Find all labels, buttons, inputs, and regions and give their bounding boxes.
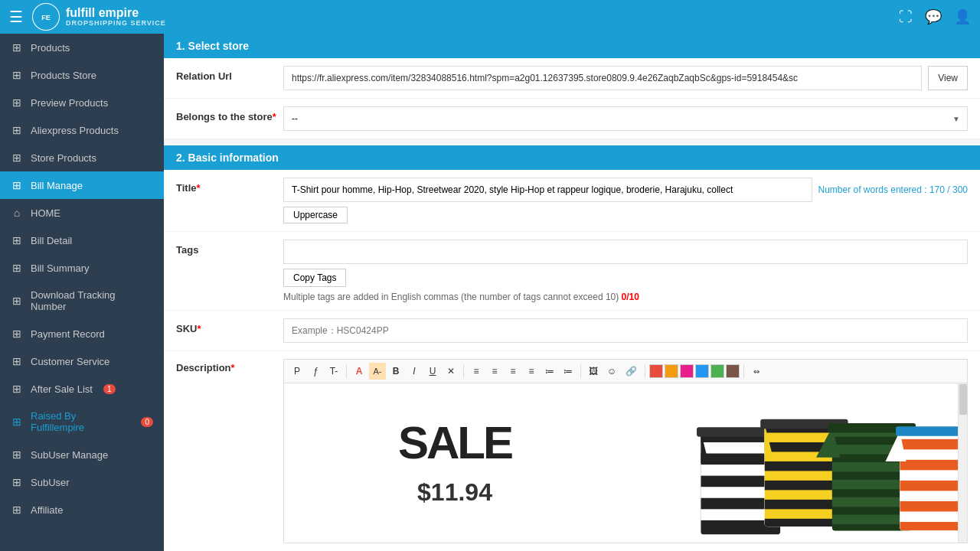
sidebar-label-customer-service: Customer Service	[31, 356, 109, 367]
svg-rect-42	[900, 481, 967, 491]
relation-url-row: Relation Url View	[164, 58, 980, 99]
sidebar-label-products: Products	[31, 42, 70, 54]
sidebar-item-subuser-manage[interactable]: ⊞ SubUser Manage	[0, 441, 164, 468]
title-input-row: Number of words entered : 170 / 300	[283, 178, 968, 202]
sidebar-item-aliexpress-products[interactable]: ⊞ Aliexpress Products	[0, 116, 164, 144]
tb-font-size-down[interactable]: T-	[325, 363, 342, 380]
messages-icon[interactable]: 💬	[925, 8, 942, 25]
tb-align-right[interactable]: ≡	[505, 363, 521, 380]
sidebar-item-products[interactable]: ⊞ Products	[0, 34, 164, 61]
sku-input[interactable]	[283, 318, 968, 343]
sidebar-item-products-store[interactable]: ⊞ Products Store	[0, 61, 164, 89]
sidebar-label-store-products: Store Products	[31, 152, 96, 164]
header: ☰ FE fulfill empire DROPSHIPPING SERVICE…	[0, 0, 980, 34]
belongs-to-select[interactable]: --	[283, 106, 968, 131]
tb-paragraph[interactable]: P	[289, 363, 305, 380]
sku-label: SKU*	[176, 318, 283, 334]
belongs-required: *	[273, 111, 276, 122]
tb-image[interactable]: 🖼	[585, 363, 602, 380]
sale-price: $11.94	[417, 478, 492, 507]
description-editor[interactable]: SALE $11.94	[283, 383, 968, 543]
tb-ordered-list[interactable]: ≔	[541, 363, 558, 380]
sidebar-item-after-sale[interactable]: ⊞ After Sale List 1	[0, 375, 164, 403]
sidebar-item-bill-detail[interactable]: ⊞ Bill Detail	[0, 227, 164, 254]
sidebar-item-subuser[interactable]: ⊞ SubUser	[0, 468, 164, 496]
tags-label: Tags	[176, 240, 283, 256]
sidebar: ⊞ Products ⊞ Products Store ⊞ Preview Pr…	[0, 34, 164, 551]
tb-color4[interactable]	[695, 364, 709, 378]
layout: ⊞ Products ⊞ Products Store ⊞ Preview Pr…	[0, 34, 980, 551]
tb-align-left[interactable]: ≡	[468, 363, 485, 380]
tb-color2[interactable]	[665, 364, 678, 378]
tb-strike[interactable]: ✕	[443, 363, 459, 380]
svg-rect-47	[896, 426, 967, 435]
copy-tags-button[interactable]: Copy Tags	[283, 269, 346, 287]
relation-url-control: View	[283, 66, 968, 90]
sidebar-item-raised-by[interactable]: ⊞ Raised By Fulfillempire 0	[0, 403, 164, 441]
title-control: Number of words entered : 170 / 300 Uppe…	[283, 178, 968, 223]
title-row: Title* Number of words entered : 170 / 3…	[164, 170, 980, 232]
sidebar-item-store-products[interactable]: ⊞ Store Products	[0, 144, 164, 171]
relation-url-label: Relation Url	[176, 66, 283, 82]
view-button[interactable]: View	[928, 66, 968, 90]
sidebar-item-customer-service[interactable]: ⊞ Customer Service	[0, 347, 164, 375]
tb-sep3	[580, 364, 581, 378]
logo-icon: FE	[32, 3, 60, 31]
user-icon[interactable]: 👤	[954, 8, 971, 25]
sku-required: *	[197, 323, 201, 334]
section2-header: 2. Basic information	[164, 145, 980, 170]
tb-format[interactable]: ƒ	[307, 363, 324, 380]
desc-required: *	[231, 362, 235, 373]
tb-bold[interactable]: B	[387, 363, 404, 380]
tb-resize[interactable]: ⇔	[748, 363, 765, 380]
sidebar-item-home[interactable]: ⌂ HOME	[0, 199, 164, 227]
scrollbar-thumb	[959, 384, 967, 415]
sidebar-label-preview-products: Preview Products	[31, 97, 108, 109]
svg-text:FE: FE	[41, 14, 51, 21]
raised-by-badge: 0	[141, 417, 153, 427]
tb-align-center[interactable]: ≡	[486, 363, 503, 380]
sidebar-item-bill-summary[interactable]: ⊞ Bill Summary	[0, 254, 164, 282]
tb-align-justify[interactable]: ≡	[523, 363, 540, 380]
tb-sep2	[463, 364, 464, 378]
tags-control: Copy Tags Multiple tags are added in Eng…	[283, 240, 968, 302]
sidebar-label-aliexpress-products: Aliexpress Products	[31, 125, 119, 136]
tb-color6[interactable]	[726, 364, 740, 378]
tb-unordered-list[interactable]: ≔	[560, 363, 577, 380]
raised-by-icon: ⊞	[11, 416, 23, 428]
uppercase-button[interactable]: Uppercase	[283, 207, 348, 223]
download-tracking-icon: ⊞	[11, 295, 23, 307]
tb-font-bg[interactable]: A-	[369, 363, 386, 380]
description-scrollbar[interactable]	[958, 383, 967, 543]
after-sale-badge: 1	[103, 384, 116, 394]
sidebar-label-after-sale: After Sale List	[31, 383, 93, 395]
sidebar-item-preview-products[interactable]: ⊞ Preview Products	[0, 89, 164, 116]
tb-color5[interactable]	[710, 364, 724, 378]
tags-row: Tags Copy Tags Multiple tags are added i…	[164, 232, 980, 311]
relation-url-input[interactable]	[283, 66, 922, 90]
sidebar-label-payment-record: Payment Record	[31, 328, 105, 340]
logo-name: fulfill empire	[66, 7, 166, 19]
products-icon: ⊞	[11, 41, 23, 54]
sidebar-item-download-tracking[interactable]: ⊞ Download Tracking Number	[0, 282, 164, 320]
tb-italic[interactable]: I	[406, 363, 423, 380]
hamburger-icon[interactable]: ☰	[9, 8, 23, 26]
belongs-select-wrapper: --	[283, 106, 968, 131]
tb-sep4	[645, 364, 645, 378]
customer-service-icon: ⊞	[11, 355, 23, 367]
sidebar-item-affiliate[interactable]: ⊞ Affiliate	[0, 496, 164, 523]
tags-input[interactable]	[283, 240, 968, 264]
sidebar-item-bill-manage[interactable]: ⊞ Bill Manage	[0, 171, 164, 199]
tb-font-color[interactable]: A	[351, 363, 368, 380]
fullscreen-icon[interactable]: ⛶	[899, 9, 913, 25]
tb-underline[interactable]: U	[424, 363, 441, 380]
sidebar-label-affiliate: Affiliate	[31, 504, 63, 516]
tb-emoji[interactable]: ☺	[603, 363, 620, 380]
svg-rect-41	[900, 460, 967, 471]
tb-link[interactable]: 🔗	[622, 363, 641, 380]
tb-sep5	[743, 364, 744, 378]
sidebar-item-payment-record[interactable]: ⊞ Payment Record	[0, 320, 164, 347]
title-input[interactable]	[283, 178, 812, 202]
tb-color1[interactable]	[649, 364, 663, 378]
tb-color3[interactable]	[680, 364, 694, 378]
